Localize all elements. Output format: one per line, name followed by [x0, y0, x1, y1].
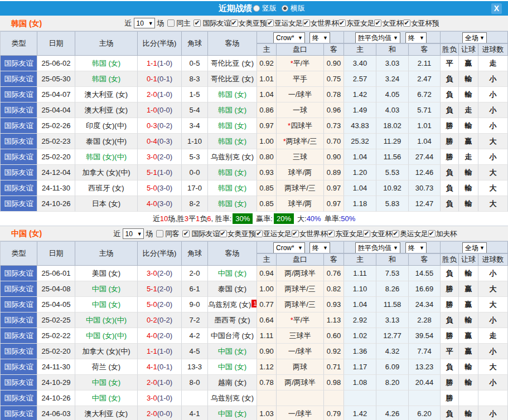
match-competition: 国际友谊 — [0, 165, 37, 180]
avg-select[interactable]: 胜平负均值▼ — [355, 242, 400, 253]
header-col-away: 客场 — [208, 31, 257, 56]
competition-checkbox[interactable] — [193, 19, 201, 27]
match-score: 3-0(2-0) — [138, 266, 182, 281]
avg-draw-value: 18.02 — [376, 118, 409, 134]
home-team-name: 泰国 (女)(中) — [86, 137, 127, 145]
odds-home-value: 0.85 — [257, 180, 277, 196]
halftime-score: (2-0) — [157, 300, 172, 309]
radio-vertical-label[interactable]: 竖版 — [262, 3, 277, 13]
final-select-2[interactable]: 终▼ — [405, 32, 427, 43]
result-value: 勝 — [441, 297, 459, 312]
competition-label: 东亚女足 — [335, 229, 363, 239]
fulltime-score: 2-0 — [147, 90, 157, 99]
final-select[interactable]: 终▼ — [309, 242, 330, 253]
competition-checkbox[interactable] — [403, 19, 410, 27]
competition-checkbox[interactable] — [303, 19, 310, 27]
scope-select[interactable]: 全场▼ — [462, 242, 487, 253]
competition-checkbox[interactable] — [255, 230, 263, 237]
goals-result-value: 大 — [478, 297, 508, 312]
avg-draw-value: 8.26 — [376, 281, 409, 297]
home-team-name: 澳大利亚 (女) — [85, 90, 128, 99]
table-row: 国际友谊25-06-02韩国 (女)1-1(1-0)0-5哥伦比亚 (女)0.9… — [0, 56, 508, 71]
goals-result-value: 大 — [478, 165, 508, 180]
select-value: 终 — [312, 33, 319, 43]
home-team: 中国 (女)(中) — [75, 312, 138, 328]
table-row: 国际友谊25-04-08中国 (女)5-1(2-0)6-1泰国 (女)1.00两… — [0, 281, 508, 297]
radio-vertical[interactable] — [253, 5, 260, 12]
result-value: 勝 — [441, 390, 459, 406]
match-date: 25-02-25 — [37, 312, 75, 328]
competition-checkbox[interactable] — [338, 19, 346, 27]
odds-home-value: 1.12 — [257, 359, 277, 375]
competition-checkbox[interactable] — [292, 230, 299, 237]
home-team-name: 中国 (女)(中) — [86, 316, 127, 324]
match-count-value: 10 — [137, 19, 144, 27]
goals-result-value: 小 — [478, 344, 508, 359]
final-select[interactable]: 终▼ — [309, 32, 330, 43]
handicap-result-value: 輸 — [459, 165, 478, 180]
company-select[interactable]: Crow*▼ — [273, 32, 305, 43]
competition-checkbox[interactable] — [267, 19, 274, 27]
table-row: 国际友谊24-06-03澳大利亚 (女)2-0(0-0)4-1中国 (女)1.0… — [0, 406, 508, 420]
company-select[interactable]: Crow*▼ — [273, 242, 305, 253]
handicap-text: 两/两球半 — [284, 269, 316, 277]
final-select-2[interactable]: 终▼ — [405, 242, 427, 253]
match-count-select[interactable]: 10▼ — [123, 228, 144, 239]
result-value: 負 — [441, 196, 459, 212]
odds-home-value: 0.94 — [257, 266, 277, 281]
same-venue-checkbox[interactable] — [156, 230, 163, 237]
competition-label: 奥运女足 — [400, 229, 428, 239]
competition-checkbox[interactable] — [392, 230, 399, 237]
handicap-result-value: 走 — [459, 149, 478, 165]
competition-checkbox[interactable] — [231, 19, 238, 27]
header-odds-away: 客 — [324, 43, 344, 56]
select-value: 全场 — [465, 243, 478, 253]
avg-away-value: 1.04 — [409, 134, 441, 149]
competition-checkbox[interactable] — [363, 230, 370, 237]
header-odds-home: 主 — [257, 43, 277, 56]
away-team-name: 泰国 (女) — [218, 285, 246, 293]
competition-checkbox[interactable] — [327, 230, 335, 237]
competition-name: 国际友谊 — [1, 118, 37, 133]
scope-select[interactable]: 全场▼ — [462, 32, 487, 43]
handicap-value: 一/球半 — [277, 406, 324, 420]
home-team: 美国 (女) — [75, 266, 138, 281]
competition-name: 国际友谊 — [1, 134, 37, 149]
radio-horizontal-label[interactable]: 横版 — [291, 3, 305, 13]
header-odds-home: 主 — [257, 253, 277, 266]
competition-checkbox[interactable] — [220, 230, 227, 237]
corner-score: 4-2 — [182, 328, 208, 344]
away-team: 墨西哥 (女) — [208, 312, 257, 328]
competition-checkbox[interactable] — [182, 230, 190, 237]
summary-text: 场,胜 — [168, 214, 185, 224]
header-col-score: 比分(半场) — [138, 31, 182, 56]
avg-select[interactable]: 胜平负均值▼ — [355, 32, 400, 43]
odds-home-value: 0.80 — [257, 149, 277, 165]
match-date: 24-06-03 — [37, 406, 75, 420]
competition-label: 国际友谊 — [202, 18, 230, 28]
goals-result-value: 小 — [478, 266, 508, 281]
competition-checkbox[interactable] — [428, 230, 436, 237]
odds-away-value: 0.90 — [324, 56, 344, 71]
same-venue-checkbox[interactable] — [167, 19, 175, 27]
goals-result-value: 大 — [478, 196, 508, 212]
corner-score: 0-5 — [182, 56, 208, 71]
handicap-value: 两/两球半 — [277, 375, 324, 390]
close-icon[interactable]: X — [491, 3, 502, 14]
corner-score: 0-0 — [182, 165, 208, 180]
away-team: 韩国 (女) — [208, 102, 257, 118]
avg-draw-value: 4.26 — [376, 406, 409, 420]
radio-horizontal[interactable] — [282, 5, 288, 12]
match-competition: 国际友谊 — [0, 87, 37, 102]
title-bar: 近期战绩 竖版 横版 X — [0, 1, 508, 16]
match-date: 24-12-04 — [37, 165, 75, 180]
competition-checkbox[interactable] — [374, 19, 381, 27]
halftime-score: (2-0) — [157, 285, 172, 293]
match-count-select[interactable]: 10▼ — [134, 18, 155, 28]
away-team-name: 韩国 (女) — [218, 199, 246, 208]
odds-home-value: 1.03 — [257, 406, 277, 420]
halftime-score: (2-0) — [157, 269, 172, 277]
avg-away-value: 7.74 — [409, 344, 441, 359]
avg-draw-value: 3.03 — [376, 56, 409, 71]
home-team: 中国 (女) — [75, 297, 138, 312]
